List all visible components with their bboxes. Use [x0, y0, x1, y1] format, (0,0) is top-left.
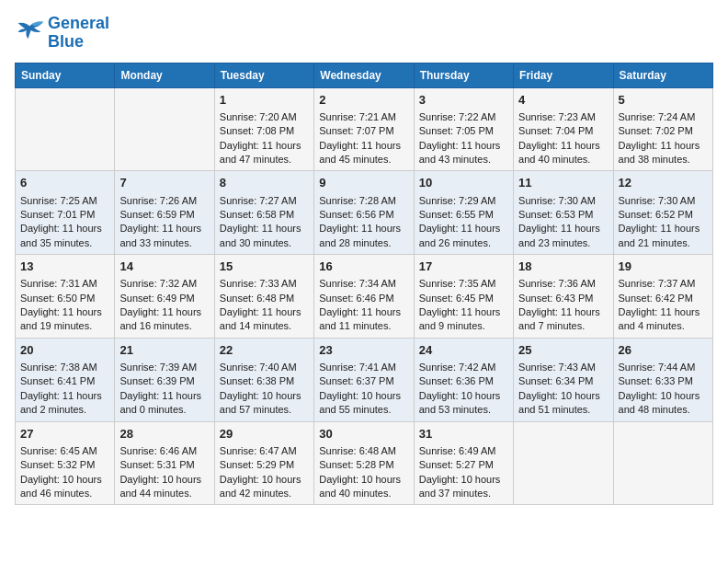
cell-info: Sunrise: 7:35 AM	[419, 277, 508, 291]
cell-info: Daylight: 10 hours and 46 minutes.	[20, 473, 109, 501]
cell-info: Sunset: 6:36 PM	[419, 374, 508, 388]
cell-info: Sunset: 6:58 PM	[220, 208, 309, 222]
cell-info: Daylight: 10 hours and 55 minutes.	[319, 389, 408, 418]
cell-info: Sunset: 6:43 PM	[518, 292, 608, 305]
cell-info: Daylight: 11 hours and 45 minutes.	[319, 139, 408, 167]
cell-info: Sunrise: 7:38 AM	[20, 361, 109, 374]
calendar-cell: 17Sunrise: 7:35 AMSunset: 6:45 PMDayligh…	[414, 255, 513, 339]
cell-info: Sunrise: 7:40 AM	[220, 361, 309, 374]
day-number: 2	[319, 92, 408, 109]
calendar-cell: 8Sunrise: 7:27 AMSunset: 6:58 PMDaylight…	[214, 171, 313, 255]
cell-info: Sunset: 5:29 PM	[220, 458, 309, 472]
cell-info: Sunrise: 7:41 AM	[319, 361, 408, 374]
cell-info: Sunrise: 7:42 AM	[419, 361, 508, 374]
cell-info: Daylight: 11 hours and 40 minutes.	[518, 139, 608, 167]
cell-info: Sunset: 6:52 PM	[619, 208, 708, 222]
calendar-cell	[613, 421, 712, 505]
cell-info: Sunset: 7:07 PM	[319, 124, 408, 138]
cell-info: Sunset: 6:41 PM	[20, 374, 109, 388]
cell-info: Sunset: 6:56 PM	[319, 208, 408, 222]
cell-info: Daylight: 11 hours and 47 minutes.	[220, 139, 309, 167]
calendar-cell: 27Sunrise: 6:45 AMSunset: 5:32 PMDayligh…	[16, 421, 115, 505]
cell-info: Sunrise: 6:47 AM	[220, 444, 309, 458]
cell-info: Sunrise: 7:22 AM	[419, 110, 508, 124]
day-number: 17	[419, 259, 508, 275]
cell-info: Sunrise: 7:30 AM	[619, 194, 708, 208]
cell-info: Sunrise: 7:36 AM	[518, 277, 608, 291]
cell-info: Daylight: 11 hours and 9 minutes.	[419, 305, 508, 334]
day-number: 11	[518, 175, 608, 191]
day-number: 22	[220, 342, 309, 359]
logo-text: General Blue	[48, 15, 109, 52]
calendar-cell: 7Sunrise: 7:26 AMSunset: 6:59 PMDaylight…	[115, 171, 214, 255]
calendar-cell: 2Sunrise: 7:21 AMSunset: 7:07 PMDaylight…	[314, 87, 414, 171]
weekday-header: Sunday	[16, 63, 115, 87]
calendar-cell: 19Sunrise: 7:37 AMSunset: 6:42 PMDayligh…	[613, 255, 712, 339]
cell-info: Daylight: 10 hours and 48 minutes.	[619, 389, 708, 418]
day-number: 6	[20, 175, 109, 191]
day-number: 24	[419, 342, 508, 359]
cell-info: Daylight: 11 hours and 38 minutes.	[619, 139, 708, 167]
cell-info: Daylight: 11 hours and 28 minutes.	[319, 222, 408, 250]
cell-info: Daylight: 11 hours and 35 minutes.	[20, 222, 109, 250]
cell-info: Daylight: 11 hours and 14 minutes.	[220, 305, 309, 334]
calendar-cell: 5Sunrise: 7:24 AMSunset: 7:02 PMDaylight…	[613, 87, 712, 171]
cell-info: Sunrise: 7:27 AM	[220, 194, 309, 208]
day-number: 29	[220, 426, 309, 442]
day-number: 12	[619, 175, 708, 191]
day-number: 26	[619, 342, 708, 359]
calendar-cell	[115, 87, 214, 171]
cell-info: Daylight: 11 hours and 30 minutes.	[220, 222, 309, 250]
cell-info: Sunset: 6:50 PM	[20, 292, 109, 305]
calendar-cell: 14Sunrise: 7:32 AMSunset: 6:49 PMDayligh…	[115, 255, 214, 339]
cell-info: Sunset: 6:39 PM	[119, 374, 209, 388]
calendar-cell: 4Sunrise: 7:23 AMSunset: 7:04 PMDaylight…	[514, 87, 613, 171]
cell-info: Daylight: 11 hours and 2 minutes.	[20, 389, 109, 418]
calendar-cell: 26Sunrise: 7:44 AMSunset: 6:33 PMDayligh…	[613, 338, 712, 421]
calendar-table: SundayMondayTuesdayWednesdayThursdayFrid…	[15, 63, 713, 506]
day-number: 9	[319, 175, 408, 191]
cell-info: Sunset: 7:04 PM	[518, 124, 608, 138]
cell-info: Sunrise: 7:26 AM	[119, 194, 209, 208]
cell-info: Daylight: 10 hours and 40 minutes.	[319, 473, 408, 501]
calendar-cell: 9Sunrise: 7:28 AMSunset: 6:56 PMDaylight…	[314, 171, 414, 255]
cell-info: Daylight: 10 hours and 53 minutes.	[419, 389, 508, 418]
cell-info: Sunset: 7:05 PM	[419, 124, 508, 138]
cell-info: Sunset: 6:53 PM	[518, 208, 608, 222]
weekday-header: Saturday	[613, 63, 712, 87]
day-number: 25	[518, 342, 608, 359]
calendar-cell: 22Sunrise: 7:40 AMSunset: 6:38 PMDayligh…	[214, 338, 313, 421]
cell-info: Sunset: 6:45 PM	[419, 292, 508, 305]
calendar-cell: 24Sunrise: 7:42 AMSunset: 6:36 PMDayligh…	[414, 338, 513, 421]
cell-info: Daylight: 11 hours and 16 minutes.	[119, 305, 209, 334]
cell-info: Daylight: 11 hours and 26 minutes.	[419, 222, 508, 250]
calendar-cell: 11Sunrise: 7:30 AMSunset: 6:53 PMDayligh…	[514, 171, 613, 255]
cell-info: Daylight: 10 hours and 44 minutes.	[119, 473, 209, 501]
cell-info: Sunrise: 7:37 AM	[619, 277, 708, 291]
cell-info: Sunrise: 7:28 AM	[319, 194, 408, 208]
cell-info: Sunrise: 7:39 AM	[119, 361, 209, 374]
cell-info: Sunrise: 7:29 AM	[419, 194, 508, 208]
day-number: 3	[419, 92, 508, 109]
cell-info: Sunrise: 7:31 AM	[20, 277, 109, 291]
day-number: 19	[619, 259, 708, 275]
cell-info: Sunset: 7:01 PM	[20, 208, 109, 222]
calendar-cell: 16Sunrise: 7:34 AMSunset: 6:46 PMDayligh…	[314, 255, 414, 339]
cell-info: Sunrise: 7:20 AM	[220, 110, 309, 124]
cell-info: Sunrise: 7:43 AM	[518, 361, 608, 374]
logo-bird-icon	[15, 20, 44, 46]
calendar-cell: 21Sunrise: 7:39 AMSunset: 6:39 PMDayligh…	[115, 338, 214, 421]
cell-info: Daylight: 11 hours and 0 minutes.	[119, 389, 209, 418]
cell-info: Sunrise: 6:46 AM	[119, 444, 209, 458]
cell-info: Sunrise: 7:25 AM	[20, 194, 109, 208]
cell-info: Sunrise: 6:48 AM	[319, 444, 408, 458]
cell-info: Daylight: 11 hours and 21 minutes.	[619, 222, 708, 250]
calendar-cell: 28Sunrise: 6:46 AMSunset: 5:31 PMDayligh…	[115, 421, 214, 505]
calendar-cell: 1Sunrise: 7:20 AMSunset: 7:08 PMDaylight…	[214, 87, 313, 171]
cell-info: Sunrise: 7:33 AM	[220, 277, 309, 291]
cell-info: Sunset: 6:48 PM	[220, 292, 309, 305]
day-number: 23	[319, 342, 408, 359]
cell-info: Daylight: 11 hours and 43 minutes.	[419, 139, 508, 167]
day-number: 16	[319, 259, 408, 275]
day-number: 10	[419, 175, 508, 191]
